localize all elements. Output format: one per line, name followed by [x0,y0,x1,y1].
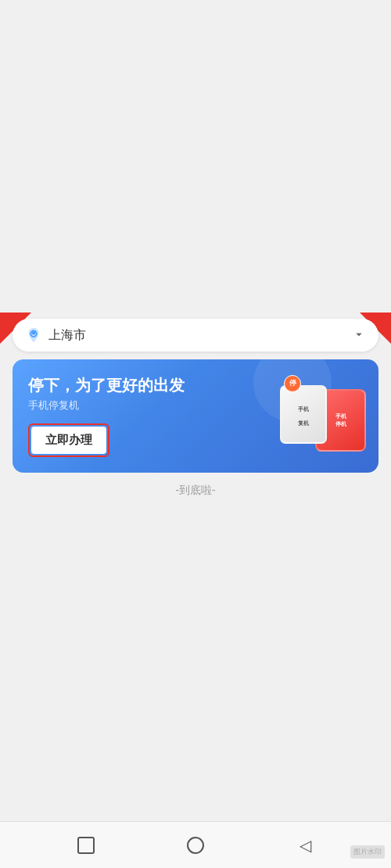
location-selector[interactable]: 上海市 [13,319,378,352]
banner-phone-illustration: 手机停机 手机复机 停 [280,381,366,452]
status-bar [0,0,391,23]
promotion-banner[interactable]: 停下，为了更好的出发 手机停复机 立即办理 手机停机 手机复机 停 [13,359,378,473]
navigation-bar: ◁ 图片水印 [0,821,391,868]
stop-badge-icon: 停 [284,375,301,392]
lower-blank-area [0,526,391,821]
phone-front-image: 手机复机 [280,385,327,444]
banner-content-left: 停下，为了更好的出发 手机停复机 立即办理 [28,375,272,457]
city-label: 上海市 [48,327,86,344]
nav-home-button[interactable] [181,831,210,859]
location-left: 上海市 [25,327,86,344]
banner-button-border: 立即办理 [28,423,109,457]
banner-subtitle: 手机停复机 [28,398,272,413]
back-nav-icon: ◁ [300,836,311,855]
phone-back-label: 手机停机 [335,413,346,427]
phone-front-label: 手机复机 [298,406,309,426]
nav-square-button[interactable] [72,831,100,859]
watermark-label: 图片水印 [350,845,385,859]
top-blank-area [0,23,391,319]
svg-point-1 [32,331,36,335]
location-bar-wrapper: 上海市 [13,319,378,352]
screen: 上海市 停下，为了更好的出发 手机停复机 立即办理 手机停机 [0,0,391,868]
apply-now-button[interactable]: 立即办理 [31,427,106,454]
nav-back-button[interactable]: ◁ [291,831,319,859]
end-of-list-hint: -到底啦- [13,473,378,513]
banner-title: 停下，为了更好的出发 [28,375,272,395]
location-pin-icon [25,327,42,344]
chevron-down-icon[interactable] [352,327,366,344]
square-nav-icon [77,837,95,854]
home-nav-icon [187,837,204,854]
card-section: 上海市 停下，为了更好的出发 手机停复机 立即办理 手机停机 [0,319,391,526]
